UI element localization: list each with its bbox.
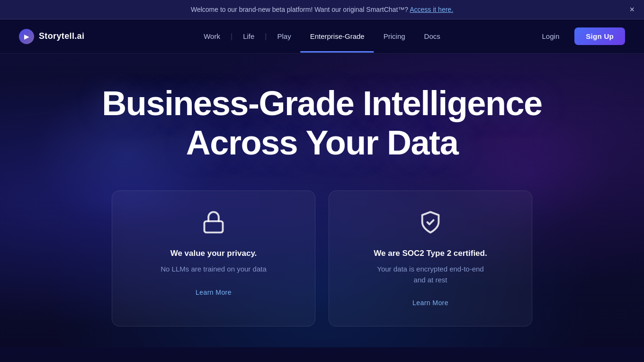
banner-text: Welcome to our brand-new beta platform! … xyxy=(191,6,453,13)
hero-title: Business-Grade Intelligence Across Your … xyxy=(102,84,542,163)
banner-close-button[interactable]: × xyxy=(629,5,635,14)
nav-link-enterprise[interactable]: Enterprise-Grade xyxy=(301,20,374,53)
privacy-learn-more[interactable]: Learn More xyxy=(196,289,232,296)
nav-link-work[interactable]: Work xyxy=(194,20,230,53)
nav-separator-1: | xyxy=(230,32,233,41)
nav-item-pricing[interactable]: Pricing xyxy=(374,20,415,53)
svg-rect-0 xyxy=(205,221,223,233)
privacy-card-title: We value your privacy. xyxy=(135,248,292,259)
soc2-learn-more[interactable]: Learn More xyxy=(412,299,448,307)
bottom-fade xyxy=(0,347,644,362)
banner-link[interactable]: Access it here. xyxy=(410,6,453,13)
logo-icon: ▶ xyxy=(19,29,34,44)
nav-links: Work | Life | Play Enterprise-Grade Pric… xyxy=(194,20,450,53)
nav-item-docs[interactable]: Docs xyxy=(415,20,450,53)
hero-section: Business-Grade Intelligence Across Your … xyxy=(0,54,644,347)
nav-link-life[interactable]: Life xyxy=(233,20,264,53)
hero-title-line1: Business-Grade Intelligence xyxy=(102,84,542,122)
nav-auth: Login Sign Up xyxy=(535,27,625,45)
login-button[interactable]: Login xyxy=(535,28,567,44)
nav-link-play[interactable]: Play xyxy=(268,20,300,53)
signup-button[interactable]: Sign Up xyxy=(574,27,625,45)
nav-item-play[interactable]: Play xyxy=(268,20,300,53)
feature-cards: We value your privacy. No LLMs are train… xyxy=(104,190,540,326)
nav-separator-2: | xyxy=(264,32,268,41)
nav-item-life[interactable]: Life xyxy=(233,20,264,53)
hero-title-line2: Across Your Data xyxy=(186,124,458,162)
nav-item-work[interactable]: Work xyxy=(194,20,230,53)
logo[interactable]: ▶ Storytell.ai xyxy=(19,29,84,44)
lock-icon xyxy=(201,210,226,235)
nav-item-enterprise[interactable]: Enterprise-Grade xyxy=(301,20,374,53)
nav-link-docs[interactable]: Docs xyxy=(415,20,450,53)
shield-icon xyxy=(418,210,443,235)
soc2-card: We are SOC2 Type 2 certified. Your data … xyxy=(329,190,532,326)
soc2-card-subtitle: Your data is encrypted end-to-endand at … xyxy=(352,264,509,285)
top-banner: Welcome to our brand-new beta platform! … xyxy=(0,0,644,19)
privacy-card: We value your privacy. No LLMs are train… xyxy=(112,190,315,326)
privacy-card-subtitle: No LLMs are trained on your data xyxy=(135,264,292,275)
soc2-card-title: We are SOC2 Type 2 certified. xyxy=(352,248,509,259)
nav-link-pricing[interactable]: Pricing xyxy=(374,20,415,53)
logo-text: Storytell.ai xyxy=(39,31,84,41)
navbar: ▶ Storytell.ai Work | Life | Play Enterp… xyxy=(0,19,644,54)
